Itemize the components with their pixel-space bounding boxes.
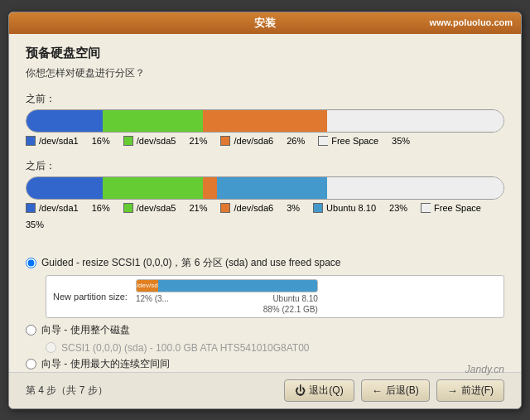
before-sda6-seg (203, 110, 327, 132)
after-legend-free: Free Space (421, 203, 481, 213)
before-sda1-seg (26, 110, 103, 132)
after-legend-free-label: Free Space (434, 203, 481, 213)
before-sda5-seg (103, 110, 203, 132)
slider-orange: /dev/sd... (137, 280, 158, 292)
after-sda5-seg (103, 177, 203, 199)
step-label: 第 4 步（共 7 步） (26, 384, 108, 398)
before-free-seg (327, 110, 504, 132)
after-legend-sda1-label: /dev/sda1 (39, 203, 79, 213)
watermark: www.poluoluo.com (430, 17, 513, 27)
after-legend-sda6-color (220, 203, 230, 213)
page-title: 预备硬盘空间 (26, 46, 504, 61)
guided-resize-option[interactable]: Guided - resize SCSI1 (0,0,0)，第 6 分区 (sd… (26, 256, 504, 270)
partition-slider-area[interactable]: /dev/sd... 12% (3... Ubuntu 8.10 88% (22… (136, 279, 318, 314)
after-legend-sda1-color (26, 203, 36, 213)
after-legend-ubuntu-label: Ubuntu 8.10 (326, 203, 376, 213)
legend-free: Free Space (318, 136, 378, 146)
after-bar-container: 之后： /dev/sda1 16% /dev/sda5 21% (26, 159, 504, 238)
slider-bar[interactable]: /dev/sd... (136, 279, 318, 292)
slider-pct-row: 88% (22.1 GB) (136, 305, 318, 314)
legend-sda6: /dev/sda6 (220, 136, 273, 146)
scsi-label: SCSI1 (0,0,0) (sda) - 100.0 GB ATA HTS54… (61, 342, 309, 354)
after-legend-free-pct: 35% (26, 220, 44, 229)
after-legend-ubuntu-pct: 23% (389, 203, 407, 213)
after-legend-sda6: /dev/sda6 (220, 203, 273, 213)
legend-sda6-pct: 26% (287, 136, 305, 146)
legend-free-pct: 35% (392, 136, 410, 146)
after-legend-ubuntu: Ubuntu 8.10 (313, 203, 376, 213)
after-free-seg (327, 177, 504, 199)
main-window: 安装 www.poluoluo.com 预备硬盘空间 你想怎样对硬盘进行分区？ … (8, 12, 522, 409)
before-label: 之前： (26, 92, 504, 106)
after-legend-sda1-pct: 16% (92, 203, 110, 213)
legend-sda1-label: /dev/sda1 (39, 136, 79, 146)
forward-label: 前进(F) (461, 384, 494, 398)
after-legend-sda6-label: /dev/sda6 (234, 203, 273, 213)
guided-resize-label: Guided - resize SCSI1 (0,0,0)，第 6 分区 (sd… (41, 256, 341, 270)
partition-size-box: New partition size: /dev/sd... 12% (3...… (46, 275, 504, 318)
before-bar-container: 之前： /dev/sda1 16% /dev/sda5 21% (26, 92, 504, 154)
before-disk-bar (26, 109, 504, 133)
after-legend-free-color (421, 203, 431, 213)
title-bar: 安装 www.poluoluo.com (9, 12, 521, 34)
quit-button[interactable]: ⏻ 退出(Q) (284, 379, 354, 402)
scsi-radio (46, 342, 56, 353)
after-legend: /dev/sda1 16% /dev/sda5 21% /dev/sda6 3%… (26, 203, 504, 229)
jandy-watermark: Jandy.cn (465, 364, 504, 375)
after-sda6-seg (203, 177, 217, 199)
after-legend-sda5-color (123, 203, 133, 213)
slider-text-row: 12% (3... Ubuntu 8.10 (136, 294, 318, 303)
forward-button[interactable]: → 前进(F) (436, 379, 504, 402)
use-largest-option[interactable]: 向导 - 使用最大的连续空间间 (26, 357, 504, 371)
after-legend-sda6-pct: 3% (287, 203, 300, 213)
guided-resize-radio[interactable] (26, 258, 36, 268)
quit-icon: ⏻ (295, 384, 306, 397)
after-ubuntu-seg (217, 177, 326, 199)
legend-free-label: Free Space (331, 136, 378, 146)
legend-sda5-label: /dev/sda5 (137, 136, 176, 146)
use-largest-radio[interactable] (26, 359, 36, 369)
slider-right-text: Ubuntu 8.10 (272, 294, 318, 303)
use-whole-label: 向导 - 使用整个磁盘 (41, 323, 130, 337)
back-button[interactable]: ← 后退(B) (361, 379, 430, 402)
legend-sda6-color (220, 136, 230, 146)
legend-sda5: /dev/sda5 (123, 136, 176, 146)
back-label: 后退(B) (386, 384, 419, 398)
partition-size-text: New partition size: (53, 292, 128, 302)
footer: 第 4 步（共 7 步） ⏻ 退出(Q) ← 后退(B) → 前进(F) (9, 372, 521, 408)
after-disk-bar (26, 176, 504, 200)
legend-free-color (318, 136, 328, 146)
legend-sda1-color (26, 136, 36, 146)
window-title: 安装 (254, 17, 276, 29)
use-whole-radio[interactable] (26, 325, 36, 336)
after-legend-sda5-pct: 21% (189, 203, 207, 213)
use-largest-label: 向导 - 使用最大的连续空间间 (41, 357, 170, 371)
before-legend: /dev/sda1 16% /dev/sda5 21% /dev/sda6 26… (26, 136, 504, 146)
legend-sda1-pct: 16% (92, 136, 110, 146)
page-subtitle: 你想怎样对硬盘进行分区？ (26, 66, 504, 80)
after-label: 之后： (26, 159, 504, 173)
slider-left-percent: 12% (3... (136, 294, 169, 303)
use-whole-option[interactable]: 向导 - 使用整个磁盘 (26, 323, 504, 337)
legend-sda6-label: /dev/sda6 (234, 136, 273, 146)
slider-blue (158, 280, 317, 292)
content-area: 预备硬盘空间 你想怎样对硬盘进行分区？ 之前： /dev/sda1 16% /d… (9, 34, 521, 372)
legend-sda1: /dev/sda1 (26, 136, 79, 146)
back-icon: ← (372, 384, 383, 397)
forward-icon: → (447, 384, 458, 397)
legend-sda5-color (123, 136, 133, 146)
quit-label: 退出(Q) (309, 384, 343, 398)
slider-right-pct: 88% (22.1 GB) (263, 305, 318, 314)
after-legend-ubuntu-color (313, 203, 323, 213)
footer-buttons: ⏻ 退出(Q) ← 后退(B) → 前进(F) (284, 379, 504, 402)
scsi-sub-option: SCSI1 (0,0,0) (sda) - 100.0 GB ATA HTS54… (46, 342, 504, 354)
options-section: Guided - resize SCSI1 (0,0,0)，第 6 分区 (sd… (26, 256, 504, 372)
legend-sda5-pct: 21% (189, 136, 207, 146)
after-sda1-seg (26, 177, 103, 199)
slider-orange-text: /dev/sd... (137, 282, 158, 289)
after-legend-sda5: /dev/sda5 (123, 203, 176, 213)
after-legend-sda5-label: /dev/sda5 (137, 203, 176, 213)
after-legend-sda1: /dev/sda1 (26, 203, 79, 213)
